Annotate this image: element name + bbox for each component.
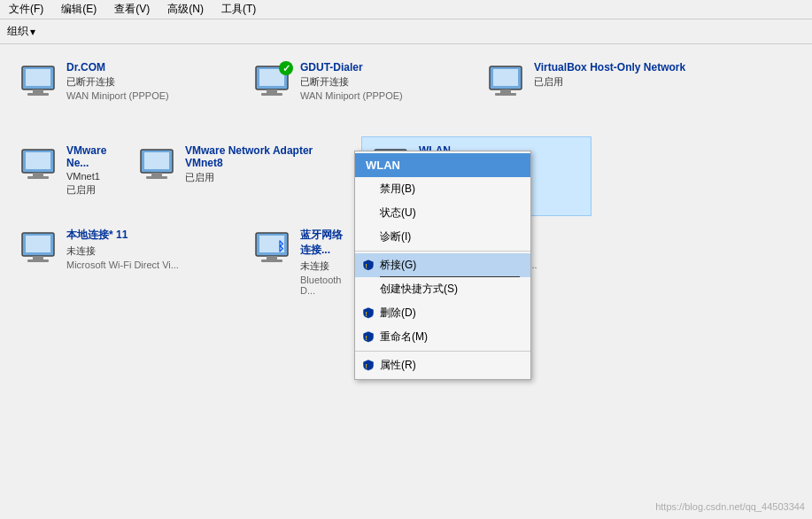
adapter-gdut[interactable]: ✓ GDUT-Dialer 已断开连接 WAN Miniport (PPPOE) <box>243 53 473 133</box>
menu-file[interactable]: 文件(F) <box>4 0 49 19</box>
svg-text:!: ! <box>366 310 367 316</box>
svg-rect-3 <box>27 93 49 96</box>
svg-rect-18 <box>151 173 162 176</box>
menu-advanced[interactable]: 高级(N) <box>162 0 209 19</box>
adapter-virtualbox-status: 已启用 <box>534 75 685 89</box>
svg-rect-7 <box>261 93 282 96</box>
context-menu-delete[interactable]: ! 删除(D) <box>355 301 530 325</box>
adapter-vmnet8-info: VMware Network Adapter VMnet8 已启用 <box>185 144 350 184</box>
adapter-bluetooth-icon: ᛒ <box>251 228 293 270</box>
adapter-dr-com-status: 已断开连接 <box>66 75 169 89</box>
context-menu-diagnose[interactable]: 诊断(I) <box>355 225 530 249</box>
organize-label: 组织 <box>7 24 28 39</box>
svg-text:!: ! <box>366 262 367 268</box>
adapter-gdut-icon: ✓ <box>251 61 293 104</box>
adapter-vmnet8-name: VMware Network Adapter VMnet8 <box>185 144 350 169</box>
context-menu-sep2 <box>355 351 530 352</box>
adapter-bluetooth-info: 蓝牙网络连接... 未连接 Bluetooth D... <box>300 228 350 296</box>
adapter-vmnet8-icon <box>135 144 178 187</box>
context-menu-disable-label: 禁用(B) <box>380 182 415 197</box>
context-menu-bridge[interactable]: ! 桥接(G) <box>355 253 530 277</box>
adapter-bluetooth-status: 未连接 <box>300 260 350 273</box>
shield-icon-properties: ! <box>362 359 376 373</box>
menubar: 文件(F) 编辑(E) 查看(V) 高级(N) 工具(T) <box>0 0 812 19</box>
context-menu-bridge-label: 桥接(G) <box>380 258 416 273</box>
adapter-vmware-ne[interactable]: VMware Ne... VMnet1 已启用 <box>9 136 124 216</box>
svg-rect-19 <box>146 176 167 179</box>
menu-tools[interactable]: 工具(T) <box>216 0 261 19</box>
svg-text:!: ! <box>366 334 367 340</box>
menu-view[interactable]: 查看(V) <box>109 0 155 19</box>
adapter-gdut-info: GDUT-Dialer 已断开连接 WAN Miniport (PPPOE) <box>300 61 403 101</box>
adapter-local11-type: Microsoft Wi-Fi Direct Vi... <box>66 260 179 270</box>
svg-rect-11 <box>495 93 516 96</box>
context-menu-status-label: 状态(U) <box>380 205 416 221</box>
context-menu-status[interactable]: 状态(U) <box>355 201 530 225</box>
svg-rect-9 <box>493 69 518 86</box>
svg-text:ᛒ: ᛒ <box>277 239 284 253</box>
shield-icon-bridge: ! <box>362 259 376 273</box>
svg-rect-14 <box>33 173 43 176</box>
svg-rect-1 <box>26 69 50 86</box>
adapter-dr-com[interactable]: Dr.COM 已断开连接 WAN Miniport (PPPOE) <box>9 53 239 133</box>
context-menu-sep1 <box>355 251 530 252</box>
adapter-local11-status: 未连接 <box>66 244 179 258</box>
organize-arrow: ▾ <box>30 26 35 38</box>
svg-rect-30 <box>27 260 49 262</box>
svg-rect-15 <box>27 176 49 179</box>
organize-button[interactable]: 组织 ▾ <box>7 24 35 39</box>
svg-rect-29 <box>33 256 43 260</box>
svg-rect-2 <box>33 89 43 93</box>
context-menu-diagnose-label: 诊断(I) <box>380 229 411 244</box>
adapter-dr-com-info: Dr.COM 已断开连接 WAN Miniport (PPPOE) <box>66 61 169 101</box>
svg-rect-13 <box>26 152 50 169</box>
context-menu-shortcut-label: 创建快捷方式(S) <box>380 282 458 297</box>
adapter-vmware-ne-status2: 已启用 <box>66 183 116 197</box>
menu-edit[interactable]: 编辑(E) <box>56 0 102 19</box>
adapter-vmnet8[interactable]: VMware Network Adapter VMnet8 已启用 <box>128 136 358 216</box>
adapter-gdut-status: 已断开连接 <box>300 75 403 89</box>
adapter-local11-name: 本地连接* 11 <box>66 228 179 243</box>
toolbar: 组织 ▾ <box>0 19 812 44</box>
network-adapters-panel: Dr.COM 已断开连接 WAN Miniport (PPPOE) ✓ GDUT… <box>0 44 812 519</box>
adapter-dr-com-name: Dr.COM <box>66 61 169 74</box>
context-menu: WLAN 禁用(B) 状态(U) 诊断(I) ! 桥接(G) 创建快捷方式( <box>354 151 531 380</box>
context-menu-shortcut[interactable]: 创建快捷方式(S) <box>355 277 530 301</box>
adapter-dr-com-icon <box>17 61 59 104</box>
context-menu-properties-label: 属性(R) <box>380 358 416 373</box>
adapter-vmnet8-status: 已启用 <box>185 171 350 184</box>
adapter-gdut-name: GDUT-Dialer <box>300 61 403 74</box>
context-menu-delete-label: 删除(D) <box>380 306 416 321</box>
watermark: https://blog.csdn.net/qq_44503344 <box>655 501 805 512</box>
svg-rect-6 <box>267 89 277 93</box>
svg-rect-17 <box>144 152 169 169</box>
context-menu-properties[interactable]: ! 属性(R) <box>355 353 530 377</box>
adapter-gdut-type: WAN Miniport (PPPOE) <box>300 90 403 101</box>
context-menu-disable[interactable]: 禁用(B) <box>355 177 530 201</box>
adapter-virtualbox-icon <box>484 61 527 104</box>
shield-icon-delete: ! <box>362 306 376 321</box>
adapter-virtualbox-info: VirtualBox Host-Only Network 已启用 <box>534 61 685 89</box>
adapter-vmware-ne-info: VMware Ne... VMnet1 已启用 <box>66 144 116 197</box>
svg-rect-28 <box>26 236 50 252</box>
adapter-local11-icon <box>17 228 59 270</box>
adapter-dr-com-type: WAN Miniport (PPPOE) <box>66 90 169 101</box>
adapter-virtualbox[interactable]: VirtualBox Host-Only Network 已启用 <box>476 53 707 133</box>
adapter-local11[interactable]: 本地连接* 11 未连接 Microsoft Wi-Fi Direct Vi..… <box>9 220 239 299</box>
adapter-bluetooth-type: Bluetooth D... <box>300 275 350 296</box>
context-menu-rename[interactable]: ! 重命名(M) <box>355 325 530 349</box>
adapter-bluetooth[interactable]: ᛒ 蓝牙网络连接... 未连接 Bluetooth D... <box>243 220 358 299</box>
adapter-local11-info: 本地连接* 11 未连接 Microsoft Wi-Fi Direct Vi..… <box>66 228 179 270</box>
adapter-virtualbox-name: VirtualBox Host-Only Network <box>534 61 685 74</box>
shield-icon-rename: ! <box>362 330 376 345</box>
svg-rect-34 <box>261 260 282 262</box>
adapter-vmware-ne-status: VMnet1 <box>66 171 116 182</box>
adapter-bluetooth-name: 蓝牙网络连接... <box>300 228 350 258</box>
context-menu-header: WLAN <box>355 153 530 177</box>
svg-rect-10 <box>500 89 511 93</box>
svg-rect-33 <box>267 256 277 260</box>
svg-text:!: ! <box>366 362 367 368</box>
context-menu-rename-label: 重命名(M) <box>380 329 428 345</box>
adapter-vmware-ne-icon <box>17 144 59 187</box>
adapter-vmware-ne-name: VMware Ne... <box>66 144 116 169</box>
